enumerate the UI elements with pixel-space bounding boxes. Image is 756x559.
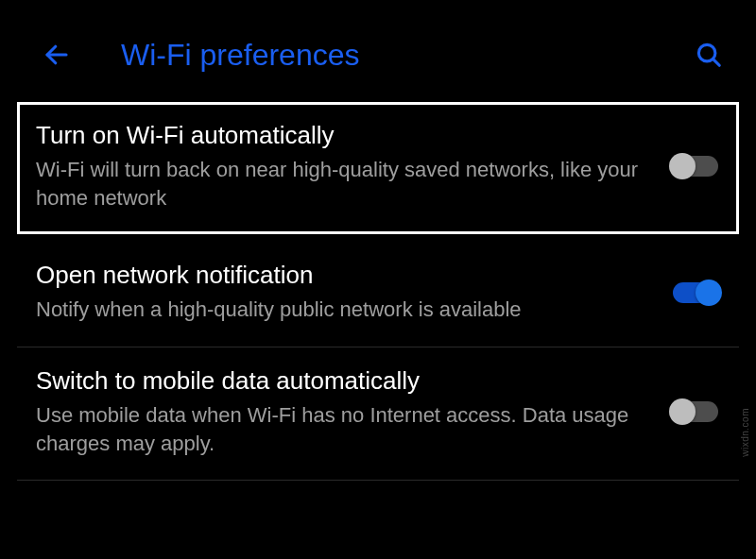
back-button[interactable] <box>38 36 76 74</box>
toggle-open-network-notification[interactable] <box>669 278 722 308</box>
setting-title: Open network notification <box>36 261 650 290</box>
setting-description: Use mobile data when Wi-Fi has no Intern… <box>36 401 650 457</box>
setting-auto-wifi[interactable]: Turn on Wi-Fi automatically Wi-Fi will t… <box>17 102 739 234</box>
svg-line-2 <box>713 59 719 65</box>
settings-list: Turn on Wi-Fi automatically Wi-Fi will t… <box>0 102 756 481</box>
setting-text: Open network notification Notify when a … <box>36 261 669 324</box>
search-icon <box>695 41 723 69</box>
page-title: Wi-Fi preferences <box>121 38 690 73</box>
setting-open-network-notification[interactable]: Open network notification Notify when a … <box>17 242 739 347</box>
setting-title: Turn on Wi-Fi automatically <box>36 121 650 150</box>
setting-switch-mobile-data[interactable]: Switch to mobile data automatically Use … <box>17 347 739 481</box>
setting-text: Switch to mobile data automatically Use … <box>36 366 669 457</box>
setting-description: Notify when a high-quality public networ… <box>36 296 650 324</box>
toggle-auto-wifi[interactable] <box>669 151 722 181</box>
toggle-thumb <box>696 280 722 306</box>
setting-text: Turn on Wi-Fi automatically Wi-Fi will t… <box>36 121 669 212</box>
search-button[interactable] <box>690 36 728 74</box>
back-arrow-icon <box>43 41 71 69</box>
toggle-switch-mobile-data[interactable] <box>669 397 722 427</box>
header: Wi-Fi preferences <box>0 0 756 102</box>
setting-description: Wi-Fi will turn back on near high-qualit… <box>36 156 650 212</box>
watermark: wixdn.com <box>740 408 750 457</box>
toggle-thumb <box>669 153 696 179</box>
setting-title: Switch to mobile data automatically <box>36 366 650 396</box>
